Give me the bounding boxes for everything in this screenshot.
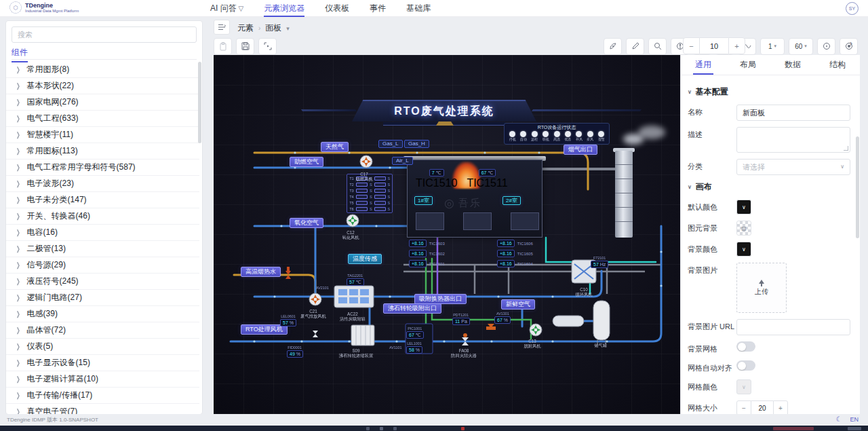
pencil-tool-button[interactable]: [626, 38, 644, 55]
nav-tab[interactable]: AI 问答 ▽: [210, 0, 243, 17]
panel-tab[interactable]: 布局: [726, 55, 770, 75]
sidebar-category-item[interactable]: ❯国家电网(276): [6, 94, 199, 111]
transparent-swatch[interactable]: ▨: [736, 221, 751, 236]
language-toggle[interactable]: EN: [850, 416, 859, 423]
panel-tab[interactable]: 通用: [681, 55, 726, 75]
sidebar-category-item[interactable]: ❯开关、转换器(46): [6, 208, 199, 225]
sidebar-category-item[interactable]: ❯基本形状(22): [6, 78, 199, 94]
section-header[interactable]: ∨画布: [688, 181, 850, 193]
decrease-button[interactable]: −: [736, 400, 751, 415]
sidebar-category-item[interactable]: ❯液压符号(245): [6, 274, 199, 290]
canvas-label[interactable]: 烟气出口: [564, 145, 597, 155]
canvas-label[interactable]: 氧化空气: [290, 218, 323, 228]
panel-tab[interactable]: 结构: [815, 55, 860, 75]
sidebar-category-item[interactable]: ❯电子未分类(147): [6, 192, 199, 208]
instrument-readout[interactable]: LEL060157 %: [280, 314, 296, 326]
preview-button[interactable]: [258, 38, 277, 55]
angle-select[interactable]: 60▾: [789, 38, 813, 55]
canvas-label[interactable]: 新鲜空气: [501, 299, 535, 310]
text-input[interactable]: 新面板: [736, 105, 850, 121]
instrument-readout[interactable]: AV130167 %: [494, 312, 511, 324]
pipe-tag[interactable]: Gas_L: [378, 140, 403, 148]
pipe-tag[interactable]: Air_L: [392, 157, 413, 165]
canvas-label[interactable]: 温度传感: [348, 254, 382, 264]
sidebar-category-item[interactable]: ❯逻辑门电路(27): [6, 290, 199, 306]
instrument-readout[interactable]: AV2101: [315, 286, 330, 290]
toggle-switch[interactable]: [736, 360, 755, 371]
chevron-down-icon[interactable]: ▾: [286, 25, 290, 32]
sidebar-category-item[interactable]: ❯晶体管(72): [6, 322, 199, 339]
sidebar-scrollbar[interactable]: [198, 62, 201, 143]
center-view-button[interactable]: [817, 38, 835, 55]
tab-components[interactable]: 组件: [12, 47, 28, 62]
chimney-stack[interactable]: [615, 151, 633, 238]
breadcrumb-root[interactable]: 元素: [237, 22, 254, 34]
upload-dropzone[interactable]: 上传: [736, 263, 787, 313]
breadcrumb-current[interactable]: 面板: [265, 22, 281, 34]
pipe-tag[interactable]: Gas_H: [404, 140, 429, 148]
fit-view-button[interactable]: [840, 38, 858, 55]
panel-tab[interactable]: 数据: [770, 55, 815, 75]
instrument-readout[interactable]: FID000149 %: [287, 345, 303, 358]
color-swatch[interactable]: ∨: [736, 200, 751, 214]
instrument-readout[interactable]: LEL100158 %: [406, 341, 422, 354]
scada-canvas[interactable]: 7 ℃TIC151067 ℃TIC1511 +8.16TIC1603+8.16T…: [214, 55, 680, 414]
nav-tab[interactable]: 事件: [370, 0, 386, 17]
canvas-label[interactable]: 助燃空气: [290, 157, 323, 167]
textarea-input[interactable]: [736, 127, 850, 153]
instrument-readout[interactable]: F7210157 Hz: [591, 256, 608, 268]
instrument-readout[interactable]: PDT120111 Pa: [452, 313, 470, 325]
color-swatch[interactable]: ∨: [736, 242, 751, 257]
text-input[interactable]: [736, 319, 850, 335]
paste-button[interactable]: [214, 38, 232, 55]
color-swatch[interactable]: ∨: [736, 379, 751, 394]
status-panel[interactable]: RTO设备运行状态 停机自动远程联机高温低温补风排风报警: [504, 123, 610, 145]
sidebar-category-item[interactable]: ❯电容(16): [6, 225, 199, 241]
title-banner[interactable]: RTO废气处理系统: [352, 100, 536, 121]
os-taskbar[interactable]: [0, 426, 868, 431]
sidebar-category-item[interactable]: ❯仪表(5): [6, 339, 199, 355]
instrument-readout[interactable]: PIC100167 ℃: [406, 326, 424, 339]
scale-decrease-button[interactable]: −: [683, 37, 700, 54]
scale-increase-button[interactable]: +: [728, 37, 745, 54]
sidebar-category-item[interactable]: ❯电气工程(633): [6, 111, 199, 127]
collapse-panel-chevron[interactable]: ›: [850, 39, 852, 48]
magnifier-button[interactable]: [648, 38, 667, 55]
stepper-value[interactable]: 20: [751, 400, 773, 415]
sidebar-category-item[interactable]: ❯信号源(29): [6, 257, 199, 274]
canvas-label[interactable]: 沸石转轮吸附出口: [383, 303, 441, 314]
sidebar-category-item[interactable]: ❯智慧楼宇(11): [6, 127, 199, 143]
nav-tab[interactable]: 基础库: [406, 0, 431, 17]
section-header[interactable]: ∨基本配置: [688, 86, 850, 98]
toggle-switch[interactable]: [736, 341, 755, 352]
canvas-label[interactable]: 1#室: [414, 196, 433, 205]
sidebar-category-item[interactable]: ❯电气工程常用字母和符号(587): [6, 160, 199, 176]
sidebar-category-item[interactable]: ❯电子传输/传播(17): [6, 388, 199, 404]
sidebar-category-item[interactable]: ❯常用图标(113): [6, 143, 199, 160]
sidebar-category-item[interactable]: ❯电子显示设备(15): [6, 355, 199, 371]
sidebar-category-item[interactable]: ❯电子逻辑计算器(10): [6, 371, 199, 388]
canvas-label[interactable]: 天然气: [321, 142, 349, 152]
canvas-label[interactable]: 2#室: [502, 196, 521, 205]
search-input[interactable]: 搜索: [12, 26, 197, 43]
nav-tab[interactable]: 仪表板: [325, 0, 349, 17]
line-width-select[interactable]: 1▾: [760, 38, 785, 55]
scale-value[interactable]: 10: [700, 37, 728, 54]
canvas-label[interactable]: 高温烟热水: [241, 267, 281, 277]
instrument-readout[interactable]: TAG220157 ℃: [347, 274, 364, 286]
select-input[interactable]: 请选择∨: [736, 159, 850, 175]
sidebar-category-item[interactable]: ❯电感(39): [6, 306, 199, 322]
dark-mode-icon[interactable]: ☾: [836, 415, 842, 423]
sidebar-category-item[interactable]: ❯真空电子管(7): [6, 404, 199, 414]
increase-button[interactable]: +: [773, 400, 788, 415]
panel-scrollbar[interactable]: [856, 136, 859, 238]
pen-tool-button[interactable]: [604, 38, 622, 55]
save-button[interactable]: [236, 38, 254, 55]
avatar[interactable]: SY: [846, 2, 859, 15]
canvas-label[interactable]: 吸附换热器出口: [414, 294, 467, 304]
sidebar-category-item[interactable]: ❯常用图形(8): [6, 62, 199, 78]
sidebar-toggle-button[interactable]: [214, 20, 230, 35]
sidebar-category-item[interactable]: ❯电子波形(23): [6, 176, 199, 192]
nav-tab[interactable]: 元素浏览器: [264, 0, 304, 17]
sidebar-category-item[interactable]: ❯二极管(13): [6, 241, 199, 257]
